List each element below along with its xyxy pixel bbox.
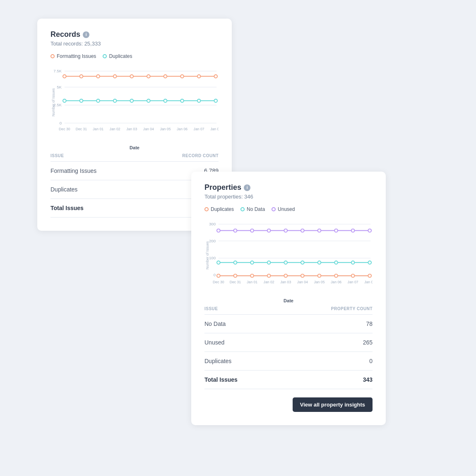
legend-dot-prop-nodata xyxy=(240,207,245,211)
svg-point-66 xyxy=(351,261,355,264)
svg-point-48 xyxy=(217,229,220,232)
svg-text:Jan 05: Jan 05 xyxy=(160,127,171,131)
svg-point-18 xyxy=(214,75,217,78)
legend-dot-duplicates xyxy=(103,54,107,58)
svg-point-22 xyxy=(113,99,117,103)
svg-point-13 xyxy=(130,75,133,78)
svg-point-24 xyxy=(147,99,150,103)
svg-text:5K: 5K xyxy=(57,85,62,89)
svg-text:Jan 04: Jan 04 xyxy=(297,280,308,284)
svg-point-75 xyxy=(334,274,338,277)
svg-text:Jan 08: Jan 08 xyxy=(364,280,373,284)
legend-item-duplicates: Duplicates xyxy=(103,53,132,59)
svg-text:Jan 05: Jan 05 xyxy=(314,280,325,284)
svg-point-65 xyxy=(334,261,338,264)
svg-text:Number of Issues: Number of Issues xyxy=(205,241,209,270)
svg-text:Jan 06: Jan 06 xyxy=(177,127,188,131)
svg-point-69 xyxy=(234,274,237,277)
records-info-icon[interactable]: i xyxy=(83,31,89,38)
svg-point-27 xyxy=(197,99,201,103)
svg-point-59 xyxy=(234,261,237,264)
button-row: View all property insights xyxy=(204,389,373,412)
table-row: No Data 78 xyxy=(204,315,373,333)
svg-text:Jan 07: Jan 07 xyxy=(194,127,204,131)
svg-point-73 xyxy=(301,274,304,277)
properties-x-label: Date xyxy=(204,298,373,303)
view-property-insights-button[interactable]: View all property insights xyxy=(293,397,373,412)
table-row: Duplicates 0 xyxy=(204,352,373,371)
svg-point-53 xyxy=(301,229,304,232)
svg-text:Number of Issues: Number of Issues xyxy=(51,88,55,117)
legend-item-prop-nodata: No Data xyxy=(240,206,265,212)
svg-point-77 xyxy=(368,274,371,277)
records-chart-svg: 7.5K 5K 2.5K 0 Number of Issues xyxy=(50,64,219,139)
svg-point-15 xyxy=(164,75,167,78)
svg-point-70 xyxy=(250,274,254,277)
svg-point-62 xyxy=(284,261,287,264)
svg-point-26 xyxy=(180,99,184,103)
svg-point-50 xyxy=(250,229,254,232)
svg-text:Dec 31: Dec 31 xyxy=(230,280,241,284)
svg-point-9 xyxy=(63,75,66,78)
svg-text:0: 0 xyxy=(60,121,62,125)
svg-point-74 xyxy=(318,274,321,277)
svg-point-52 xyxy=(284,229,287,232)
svg-point-58 xyxy=(217,261,220,264)
svg-text:Jan 06: Jan 06 xyxy=(331,280,341,284)
svg-point-49 xyxy=(234,229,237,232)
svg-point-63 xyxy=(301,261,304,264)
svg-text:Jan 08: Jan 08 xyxy=(210,127,219,131)
svg-text:Jan 02: Jan 02 xyxy=(264,280,274,284)
svg-text:300: 300 xyxy=(209,222,216,226)
legend-item-prop-dup: Duplicates xyxy=(204,206,234,212)
svg-point-51 xyxy=(267,229,271,232)
svg-point-12 xyxy=(113,75,117,78)
svg-point-61 xyxy=(267,261,271,264)
svg-point-55 xyxy=(334,229,338,232)
properties-total-row: Total Issues 343 xyxy=(204,371,373,389)
properties-table-header: ISSUE PROPERTY COUNT xyxy=(204,303,373,315)
svg-text:7.5K: 7.5K xyxy=(53,69,62,73)
properties-subtitle: Total properties: 346 xyxy=(204,194,373,200)
svg-text:Jan 02: Jan 02 xyxy=(110,127,120,131)
svg-point-64 xyxy=(318,261,321,264)
records-legend: Formatting Issues Duplicates xyxy=(50,53,219,59)
svg-point-57 xyxy=(368,229,371,232)
legend-item-prop-unused: Unused xyxy=(272,206,295,212)
legend-dot-prop-unused xyxy=(272,207,276,211)
properties-chart-svg: 300 200 100 0 Number of Issues xyxy=(204,217,373,292)
svg-point-54 xyxy=(318,229,321,232)
records-x-label: Date xyxy=(50,145,219,150)
table-row: Unused 265 xyxy=(204,333,373,352)
svg-text:Dec 30: Dec 30 xyxy=(213,280,224,284)
svg-text:0: 0 xyxy=(214,273,216,277)
svg-text:Jan 04: Jan 04 xyxy=(143,127,154,131)
svg-text:Jan 07: Jan 07 xyxy=(348,280,358,284)
svg-point-14 xyxy=(147,75,150,78)
svg-point-28 xyxy=(214,99,217,103)
records-subtitle: Total records: 25,333 xyxy=(50,41,219,47)
svg-text:Dec 30: Dec 30 xyxy=(59,127,70,131)
properties-card: Properties i Total properties: 346 Dupli… xyxy=(191,172,386,425)
records-table-header: ISSUE RECORD COUNT xyxy=(50,150,219,162)
records-chart: 7.5K 5K 2.5K 0 Number of Issues xyxy=(50,64,219,139)
properties-info-icon[interactable]: i xyxy=(244,184,250,191)
svg-point-68 xyxy=(217,274,220,277)
svg-point-17 xyxy=(197,75,201,78)
svg-text:Jan 03: Jan 03 xyxy=(126,127,137,131)
svg-point-20 xyxy=(80,99,83,103)
svg-point-19 xyxy=(63,99,66,103)
svg-text:Jan 03: Jan 03 xyxy=(280,280,291,284)
properties-chart: 300 200 100 0 Number of Issues xyxy=(204,217,373,292)
legend-item-formatting: Formatting Issues xyxy=(50,53,96,59)
svg-point-16 xyxy=(180,75,184,78)
svg-text:200: 200 xyxy=(209,239,216,243)
svg-text:Jan 01: Jan 01 xyxy=(247,280,257,284)
svg-point-10 xyxy=(80,75,83,78)
properties-title: Properties i xyxy=(204,183,373,192)
svg-point-71 xyxy=(267,274,271,277)
properties-legend: Duplicates No Data Unused xyxy=(204,206,373,212)
svg-point-23 xyxy=(130,99,133,103)
records-title: Records i xyxy=(50,30,219,39)
legend-dot-formatting xyxy=(50,54,55,58)
